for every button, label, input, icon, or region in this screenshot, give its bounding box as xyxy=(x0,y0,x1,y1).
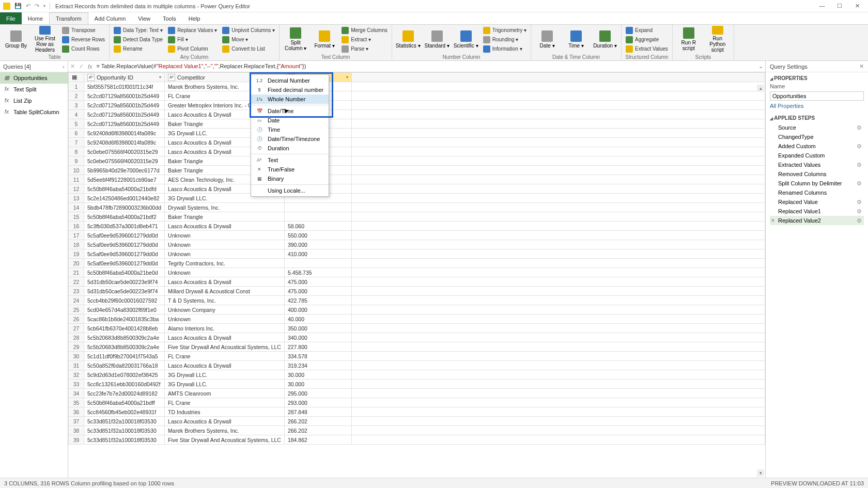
ribbon-button[interactable]: Format ▾ xyxy=(312,26,337,53)
applied-step[interactable]: Split Column by Delimiter⚙ xyxy=(770,179,864,188)
ribbon-button[interactable]: Standard ▾ xyxy=(424,26,450,53)
cell[interactable]: 5d31db50cae5de00223e9f74 xyxy=(84,287,165,296)
tab-file[interactable]: File xyxy=(0,12,22,24)
cell[interactable]: 3G Drywall LLC. xyxy=(165,380,285,389)
ribbon-button[interactable]: Pivot Column xyxy=(167,44,218,53)
applied-step[interactable]: Replaced Value⚙ xyxy=(770,197,864,207)
ribbon-button[interactable]: Group By xyxy=(3,26,29,53)
ribbon-button[interactable]: Run Python script xyxy=(705,26,731,53)
table-row[interactable]: 85c0ebe075566f40020315e29Lasco Acoustics… xyxy=(69,147,765,156)
table-row[interactable]: 125c50b8f46aba54000a21bdfdLasco Acoustic… xyxy=(69,184,765,194)
cell[interactable]: 350.000 xyxy=(284,324,351,333)
query-item[interactable]: fxText Split xyxy=(0,84,68,95)
ribbon-button[interactable]: Use First Row as Headers xyxy=(32,26,58,53)
close-query-settings-icon[interactable]: ✕ xyxy=(859,63,864,70)
scroll-up-icon[interactable]: ▴ xyxy=(757,85,764,92)
cell[interactable]: 5.458.735 xyxy=(284,268,351,277)
table-row[interactable]: 315c50a852f6da820031766a18Lasco Acoustic… xyxy=(69,361,765,370)
ribbon-button[interactable]: Extract ▾ xyxy=(340,35,389,44)
cell[interactable]: 5bdb478fb72890003236b00dd xyxy=(84,203,165,212)
cell[interactable]: 227.800 xyxy=(284,342,351,352)
cell[interactable]: 266.202 xyxy=(284,417,351,426)
query-item[interactable]: ▦Opportunities xyxy=(0,72,68,84)
cell[interactable]: 287.848 xyxy=(284,407,351,417)
cell[interactable]: 410.000 xyxy=(284,249,351,259)
table-row[interactable]: 15bf3557581c01f001f11c34fMarek Brothers … xyxy=(69,82,765,91)
cell[interactable]: 295.000 xyxy=(284,389,351,398)
gear-icon[interactable]: ⚙ xyxy=(857,143,862,150)
ribbon-button[interactable]: Split Column ▾ xyxy=(283,26,308,53)
qat-undo-icon[interactable]: ↶ xyxy=(26,3,30,9)
applied-step[interactable]: Extracted Values⚙ xyxy=(770,160,864,169)
ribbon-button[interactable]: Unpivot Columns ▾ xyxy=(221,26,276,35)
cell[interactable]: 5c92408d6f83980014fa089c xyxy=(84,138,165,147)
table-row[interactable]: 265cac86b1b8de24001835c3baUnknown40.000 xyxy=(69,314,765,324)
ribbon-button[interactable]: Run R script xyxy=(676,26,702,53)
cell[interactable]: AMTS Cleanroom xyxy=(165,389,285,398)
cell[interactable]: 5c0ebe075566f40020315e29 xyxy=(84,147,165,156)
cell[interactable]: 5c1d11df0f9b270041f7543a5 xyxy=(84,352,165,361)
type-menu-item[interactable]: ▭Date xyxy=(251,116,329,125)
data-grid[interactable]: ▦ AᵇOpportunity ID▾ AᵇCompetitor▾ ᴬᴮAmou… xyxy=(68,72,765,478)
cell[interactable]: 5d31db50cae5de00223e9f74 xyxy=(84,277,165,287)
qat-save-icon[interactable]: 💾 xyxy=(14,3,22,9)
ribbon-button[interactable]: Convert to List xyxy=(221,44,276,53)
cell[interactable]: 5c2cd07129a856001b25d449 xyxy=(84,119,165,129)
gear-icon[interactable]: ⚙ xyxy=(857,208,862,215)
cell[interactable]: Millard Drywall & Acoustical Const xyxy=(165,287,285,296)
cell[interactable]: 340.000 xyxy=(284,333,351,342)
table-row[interactable]: 105b9965b40d29e7000ec6177dBaker Triangle xyxy=(69,166,765,175)
cell[interactable] xyxy=(284,259,351,268)
qat-dropdown-icon[interactable]: ▾ xyxy=(43,4,45,8)
table-row[interactable]: 395c33d851f32a100018f03530Five Star Dryw… xyxy=(69,435,765,445)
query-item[interactable]: fxList Zip xyxy=(0,95,68,106)
cell[interactable]: 30.000 xyxy=(284,380,351,389)
tab-add-column[interactable]: Add Column xyxy=(88,12,132,24)
cell[interactable]: 5c33d851f32a100018f03530 xyxy=(84,426,165,435)
cell[interactable]: 5cc8c13261ebb300160d0492f xyxy=(84,380,165,389)
cell[interactable]: TD Industries xyxy=(165,407,285,417)
cell[interactable]: 5c50b8f46aba54000a21bdff xyxy=(84,398,165,407)
type-menu-item[interactable]: ✕True/False xyxy=(251,165,329,174)
type-menu-item[interactable]: 🕒Date/Time/Timezone xyxy=(251,134,329,144)
cell[interactable]: 475.000 xyxy=(284,287,351,296)
gear-icon[interactable]: ⚙ xyxy=(857,180,862,187)
tab-tools[interactable]: Tools xyxy=(157,12,182,24)
cell[interactable]: 5cc84560fb45eb002e48931f xyxy=(84,407,165,417)
table-row[interactable]: 215c50b8f46aba54000a21be0dUnknown5.458.7… xyxy=(69,268,765,277)
table-row[interactable]: 325c9d2d63d1e078002ef384253G Drywall LLC… xyxy=(69,370,765,380)
table-row[interactable]: 155c50b8f46aba54000a21bdf2Baker Triangle xyxy=(69,212,765,222)
table-row[interactable]: 305c1d11df0f9b270041f7543a5FL Crane334.5… xyxy=(69,352,765,361)
cell[interactable]: 293.000 xyxy=(284,398,351,407)
column-header-opportunity-id[interactable]: AᵇOpportunity ID▾ xyxy=(84,73,165,82)
table-row[interactable]: 365cc84560fb45eb002e48931fTD Industries2… xyxy=(69,407,765,417)
cell[interactable]: 5c50b8f46aba54000a21bdfd xyxy=(84,184,165,194)
cell[interactable]: 5ccb4bb29f60c00016027592 xyxy=(84,296,165,305)
table-row[interactable]: 245ccb4bb29f60c00016027592T & D Systems,… xyxy=(69,296,765,305)
cell[interactable]: 5c5af0ee9d5396001279dd0d xyxy=(84,249,165,259)
cell[interactable]: 184.862 xyxy=(284,435,351,445)
ribbon-button[interactable]: Scientific ▾ xyxy=(453,26,479,53)
type-menu-item[interactable]: 1.2Decimal Number xyxy=(251,76,329,85)
cell[interactable]: Lasco Acoustics & Drywall xyxy=(165,277,285,287)
ribbon-button[interactable]: Rounding ▾ xyxy=(482,35,528,44)
ribbon-button[interactable]: Information ▾ xyxy=(482,44,528,53)
cell[interactable]: 5c5af0ee9d5396001279dd0d xyxy=(84,231,165,240)
table-row[interactable]: 285c5b20683d8b8500309c2a4eLasco Acoustic… xyxy=(69,333,765,342)
cell[interactable]: 5bf3557581c01f001f11c34f xyxy=(84,82,165,91)
type-menu-item[interactable]: ▦Binary xyxy=(251,174,329,183)
applied-step[interactable]: Removed Columns xyxy=(770,169,864,179)
cell[interactable]: Unknown xyxy=(165,314,285,324)
table-row[interactable]: 295c5b20683d8b8500309c2a4eFive Star Dryw… xyxy=(69,342,765,352)
table-row[interactable]: 115d5eebf4f91228001cb90ae7AES Clean Tech… xyxy=(69,175,765,184)
table-row[interactable]: 375c33d851f32a100018f03530Lasco Acoustic… xyxy=(69,417,765,426)
scroll-down-icon[interactable]: ▾ xyxy=(757,469,764,477)
cell[interactable]: Five Star Drywall And Acoustical Systems… xyxy=(165,342,285,352)
cancel-formula-icon[interactable]: ✕ xyxy=(70,63,75,70)
cell[interactable]: 5c50b8f46aba54000a21bdf2 xyxy=(84,212,165,222)
table-row[interactable]: 235d31db50cae5de00223e9f74Millard Drywal… xyxy=(69,287,765,296)
cell[interactable]: 422.785 xyxy=(284,296,351,305)
cell[interactable]: 5c50a852f6da820031766a18 xyxy=(84,361,165,370)
ribbon-button[interactable]: Detect Data Type xyxy=(113,35,164,44)
ribbon-button[interactable]: Time ▾ xyxy=(563,26,589,53)
